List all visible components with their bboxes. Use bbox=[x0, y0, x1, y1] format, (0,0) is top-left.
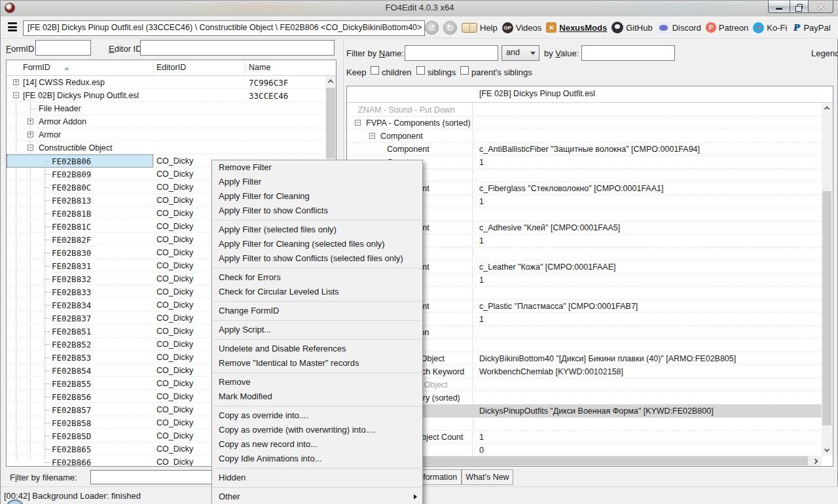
tree-row[interactable]: −[FE 02B] Dickys Pinup Outfit.esl33CCEC4… bbox=[7, 89, 325, 102]
tree-cell-formid: FE02B866 bbox=[52, 458, 91, 467]
toolbar-link-nexusmods[interactable]: ✕NexusMods bbox=[546, 22, 607, 33]
tree-cell-editorid: CO_Dicky bbox=[156, 314, 193, 323]
filter-by-name-input[interactable] bbox=[405, 45, 498, 61]
menu-item-copy-as-override-into[interactable]: Copy as override into.... bbox=[212, 408, 422, 423]
menu-item-copy-as-new-record-into[interactable]: Copy as new record into... bbox=[212, 437, 422, 452]
toolbar-link-kofi[interactable]: ♥Ko-Fi bbox=[753, 22, 787, 33]
tree-cell-formid: Armor bbox=[39, 130, 61, 139]
forward-icon[interactable]: ↻ bbox=[443, 21, 457, 35]
toolbar-link-label: Discord bbox=[672, 23, 701, 33]
back-icon[interactable]: ↺ bbox=[425, 21, 439, 35]
menu-separator bbox=[213, 372, 422, 373]
tree-header[interactable]: FormID EditorID Name bbox=[7, 60, 336, 76]
detail-scroll-up-icon[interactable] bbox=[822, 103, 832, 113]
menu-item-label: Apply Filter to show Conflicts (selected… bbox=[219, 253, 403, 263]
formid-filter-input[interactable] bbox=[35, 40, 91, 56]
menu-item-change-formid[interactable]: Change FormID bbox=[212, 304, 422, 318]
legend-link[interactable]: Legend bbox=[811, 48, 838, 58]
menu-hamburger-icon[interactable] bbox=[8, 22, 17, 31]
menu-item-apply-filter-to-show-conflicts[interactable]: Apply Filter to show Conflicts bbox=[212, 204, 422, 218]
detail-row[interactable]: −Component bbox=[347, 130, 822, 143]
help-book-icon bbox=[462, 23, 477, 33]
detail-scroll-right-icon[interactable] bbox=[811, 456, 821, 466]
menu-item-apply-script[interactable]: Apply Script... bbox=[212, 323, 422, 337]
keep-children-checkbox[interactable] bbox=[371, 66, 379, 75]
toolbar-link-paypal[interactable]: PPayPal bbox=[792, 22, 830, 33]
restore-button[interactable] bbox=[790, 1, 809, 13]
menu-item-apply-filter-selected-files-only[interactable]: Apply Filter (selected files only) bbox=[212, 223, 422, 237]
tree-row[interactable]: +Armor bbox=[7, 128, 325, 141]
tree-cell-formid: FE02B833 bbox=[52, 287, 91, 297]
keep-siblings-checkbox[interactable] bbox=[416, 66, 425, 75]
menu-item-apply-filter-to-show-conflicts-selected-files-only[interactable]: Apply Filter to show Conflicts (selected… bbox=[212, 251, 422, 266]
expand-plus-icon[interactable]: + bbox=[27, 118, 33, 124]
detail-header[interactable]: [FE 02B] Dickys Pinup Outfit.esl bbox=[347, 86, 833, 103]
menu-item-remove[interactable]: Remove bbox=[212, 375, 422, 389]
editorid-filter-input[interactable] bbox=[140, 40, 335, 56]
tree-row[interactable]: −Constructible Object bbox=[7, 141, 325, 154]
tree-row[interactable]: File Header bbox=[7, 102, 325, 115]
tab-whatsnew[interactable]: What's New bbox=[462, 469, 513, 485]
toolbar-link-patreon[interactable]: PPatreon bbox=[706, 22, 749, 33]
filter-operator-select[interactable]: and bbox=[501, 45, 539, 61]
close-button[interactable] bbox=[809, 1, 833, 13]
menu-item-copy-as-override-with-overwriting-into[interactable]: Copy as override (with overwriting) into… bbox=[212, 423, 422, 437]
menu-item-label: Remove bbox=[219, 377, 250, 387]
by-value-input[interactable] bbox=[581, 45, 675, 61]
menu-item-apply-filter-for-cleaning[interactable]: Apply Filter for Cleaning bbox=[212, 189, 422, 204]
collapse-minus-icon[interactable]: − bbox=[355, 120, 361, 126]
tree-connector-line bbox=[45, 266, 50, 266]
menu-item-apply-filter[interactable]: Apply Filter bbox=[212, 175, 422, 189]
menu-item-remove-filter[interactable]: Remove Filter bbox=[212, 160, 422, 175]
tree-cell-editorid: CO_Dicky bbox=[156, 222, 193, 231]
detail-column-plugin[interactable]: [FE 02B] Dickys Pinup Outfit.esl bbox=[479, 89, 595, 98]
collapse-minus-icon[interactable]: − bbox=[27, 145, 33, 151]
tree-scrollbar-thumb[interactable] bbox=[326, 88, 335, 158]
menu-item-check-for-errors[interactable]: Check for Errors bbox=[212, 270, 422, 285]
tree-connector-line bbox=[45, 279, 50, 279]
menu-item-label: Copy as override (with overwriting) into… bbox=[219, 425, 375, 435]
tree-cell-editorid: CO_Dicky bbox=[156, 392, 193, 401]
keep-parent-s-siblings-checkbox[interactable] bbox=[460, 66, 469, 75]
menu-item-hidden[interactable]: Hidden bbox=[212, 471, 422, 485]
tree-header-formid[interactable]: FormID bbox=[23, 63, 50, 72]
toolbar-link-discord[interactable]: Discord bbox=[657, 22, 701, 34]
detail-field-label: Component bbox=[387, 145, 429, 154]
menu-item-remove-identical-to-master-records[interactable]: Remove "Identical to Master" records bbox=[212, 356, 422, 370]
detail-row[interactable]: −FVPA - Components (sorted) bbox=[347, 117, 822, 130]
detail-row[interactable]: Componentc_AntiBallisticFiber "Защитные … bbox=[347, 143, 822, 156]
toolbar-link-videos[interactable]: GPVideos bbox=[502, 22, 542, 33]
detail-vscrollbar-thumb[interactable] bbox=[822, 191, 831, 425]
toolbar-link-github[interactable]: GitHub bbox=[611, 22, 652, 33]
menu-item-label: Apply Filter for Cleaning bbox=[219, 191, 310, 201]
menu-item-apply-filter-for-cleaning-selected-files-only[interactable]: Apply Filter for Cleaning (selected file… bbox=[212, 237, 422, 251]
tree-cell-formid: FE02B834 bbox=[52, 300, 91, 310]
menu-item-copy-idle-animations-into[interactable]: Copy Idle Animations into... bbox=[212, 452, 422, 466]
tree-row[interactable]: +[14] CWSS Redux.esp7C996C3F bbox=[7, 76, 325, 89]
tree-header-name[interactable]: Name bbox=[249, 63, 270, 72]
collapse-minus-icon[interactable]: − bbox=[13, 92, 19, 98]
menu-item-other[interactable]: Other bbox=[212, 490, 422, 504]
toolbar: [FE 02B] Dickys Pinup Outfit.esl (33CCEC… bbox=[1, 16, 838, 39]
expand-plus-icon[interactable]: + bbox=[13, 79, 19, 85]
tree-cell-formid: FE02B813 bbox=[52, 196, 91, 206]
detail-row[interactable]: ZNAM - Sound - Put Down bbox=[347, 103, 822, 117]
breadcrumb[interactable]: [FE 02B] Dickys Pinup Outfit.esl (33CCEC… bbox=[23, 20, 425, 36]
tree-scroll-up-icon[interactable] bbox=[325, 76, 336, 86]
tree-row[interactable]: +Armor Addon bbox=[7, 115, 325, 128]
detail-scroll-down-icon[interactable] bbox=[822, 445, 832, 456]
detail-field-label: ZNAM - Sound - Put Down bbox=[358, 105, 455, 115]
collapse-minus-icon[interactable]: − bbox=[369, 133, 375, 139]
menu-item-check-for-circular-leveled-lists[interactable]: Check for Circular Leveled Lists bbox=[212, 285, 422, 299]
minimize-button[interactable] bbox=[768, 1, 790, 13]
tree-connector-line bbox=[45, 161, 50, 162]
menu-item-undelete-and-disable-references[interactable]: Undelete and Disable References bbox=[212, 342, 422, 356]
tree-header-editorid[interactable]: EditorID bbox=[156, 63, 186, 72]
detail-field-value: c_Plastic "Пластмасса" [CMPO:0001FAB7] bbox=[479, 302, 638, 311]
menu-item-mark-modified[interactable]: Mark Modified bbox=[212, 389, 422, 404]
toolbar-link-label: Patreon bbox=[719, 23, 749, 33]
expand-plus-icon[interactable]: + bbox=[27, 132, 33, 137]
title-bar[interactable]: FO4Edit 4.0.3 x64 bbox=[1, 1, 838, 16]
menu-item-label: Apply Filter bbox=[219, 177, 261, 187]
toolbar-link-help[interactable]: Help bbox=[462, 23, 498, 33]
